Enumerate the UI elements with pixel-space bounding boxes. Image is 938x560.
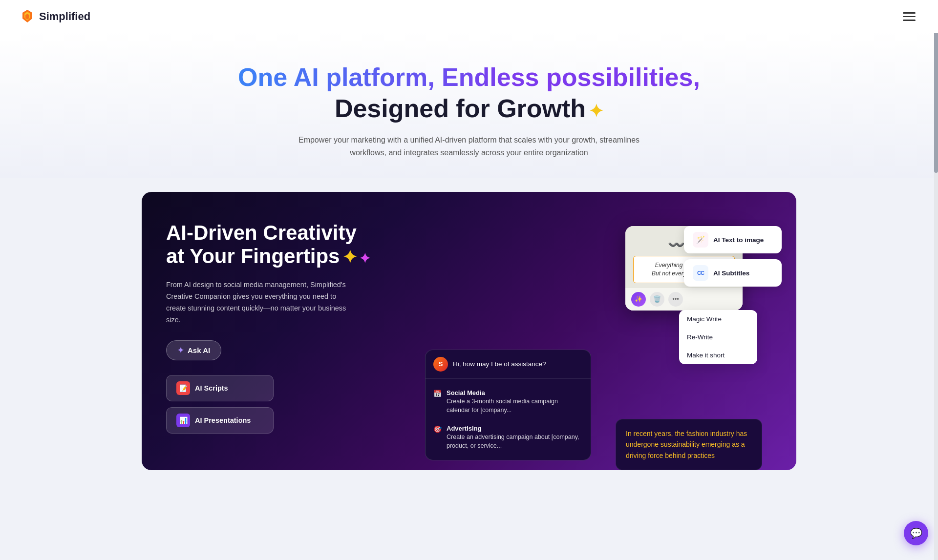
navbar: Simplified [0,0,938,33]
sparkle-gold-icon: ✦ [589,101,603,122]
feature-pills: 📝 AI Scripts 📊 AI Presentations [166,375,371,434]
hero-section: One AI platform, Endless possibilities, … [0,33,938,178]
floating-cards: 🪄 AI Text to image CC AI Subtitles [684,226,782,287]
social-media-content: Social Media Create a 3-month social med… [447,389,583,415]
chat-options: 📅 Social Media Create a 3-month social m… [426,379,591,460]
advertising-title: Advertising [447,424,583,433]
editor-toolbar: ✨ 🗑️ ••• [625,288,743,311]
hamburger-line-1 [903,12,916,14]
hamburger-line-2 [903,16,916,18]
card-left-panel: AI-Driven Creativityat Your Fingertips✦✦… [166,216,371,434]
card-sparkle-gold: ✦ [342,247,357,267]
scrollbar[interactable] [934,0,938,560]
yellow-highlight-text: In recent years, the fashion industry ha… [626,428,752,461]
context-magic-write[interactable]: Magic Write [679,310,757,328]
card-description: From AI design to social media managemen… [166,279,352,326]
hamburger-menu[interactable] [900,9,918,24]
ai-subtitles-card[interactable]: CC AI Subtitles [684,259,782,287]
chat-fab-button[interactable]: 💬 [904,521,928,545]
ai-text-to-image-label: AI Text to image [713,236,764,244]
ai-subtitles-icon: CC [693,265,708,281]
ai-text-to-image-icon: 🪄 [693,232,708,248]
delete-tool-button[interactable]: 🗑️ [650,292,664,307]
hero-title-solid: Designed for Growth✦ [20,94,918,123]
ai-presentations-label: AI Presentations [195,416,251,424]
context-rewrite[interactable]: Re-Write [679,328,757,346]
ai-subtitles-label: AI Subtitles [713,270,749,277]
logo-icon [20,9,35,24]
advertising-icon: 🎯 [433,425,442,435]
ai-presentations-icon: 📊 [176,414,190,427]
chat-avatar: S [433,357,448,372]
chat-option-advertising[interactable]: 🎯 Advertising Create an advertising camp… [426,419,591,455]
hero-title: One AI platform, Endless possibilities, … [20,62,918,123]
magic-tool-button[interactable]: ✨ [631,292,646,307]
hero-title-solid-text: Designed for Growth [335,94,586,123]
context-make-short[interactable]: Make it short [679,346,757,364]
hero-title-gradient: One AI platform, Endless possibilities, [238,63,700,91]
card-title: AI-Driven Creativityat Your Fingertips✦✦ [166,221,371,269]
chat-greeting: Hi, how may I be of assistance? [453,360,546,368]
more-tool-button[interactable]: ••• [668,292,683,307]
ai-scripts-label: AI Scripts [195,384,228,392]
ask-ai-label: Ask AI [188,346,210,354]
social-media-icon: 📅 [433,389,442,399]
logo[interactable]: Simplified [20,9,90,24]
advertising-content: Advertising Create an advertising campai… [447,424,583,450]
main-feature-card: AI-Driven Creativityat Your Fingertips✦✦… [142,192,796,470]
ask-ai-button[interactable]: ✦ Ask AI [166,340,221,360]
ai-scripts-icon: 📝 [176,381,190,395]
ai-presentations-button[interactable]: 📊 AI Presentations [166,407,274,434]
card-sparkle-pink: ✦ [359,251,370,267]
logo-text: Simplified [39,10,90,23]
card-right-panel: 〰️〰️ Everything has beauty But not every… [386,216,772,470]
context-menu: Magic Write Re-Write Make it short [679,310,757,364]
card-title-text: AI-Driven Creativityat Your Fingertips [166,221,357,268]
social-media-title: Social Media [447,389,583,397]
chat-option-social-media[interactable]: 📅 Social Media Create a 3-month social m… [426,384,591,419]
chat-header: S Hi, how may I be of assistance? [426,350,591,379]
ask-ai-sparkle-icon: ✦ [177,346,184,355]
hero-subtitle: Empower your marketing with a unified AI… [288,134,650,159]
yellow-highlight-card: In recent years, the fashion industry ha… [616,419,762,470]
advertising-desc: Create an advertising campaign about [co… [447,433,583,450]
hamburger-line-3 [903,20,916,21]
social-media-desc: Create a 3-month social media campaign c… [447,397,583,415]
ai-text-to-image-card[interactable]: 🪄 AI Text to image [684,226,782,253]
chat-bubble: S Hi, how may I be of assistance? 📅 Soci… [425,350,591,460]
ai-scripts-button[interactable]: 📝 AI Scripts [166,375,274,401]
